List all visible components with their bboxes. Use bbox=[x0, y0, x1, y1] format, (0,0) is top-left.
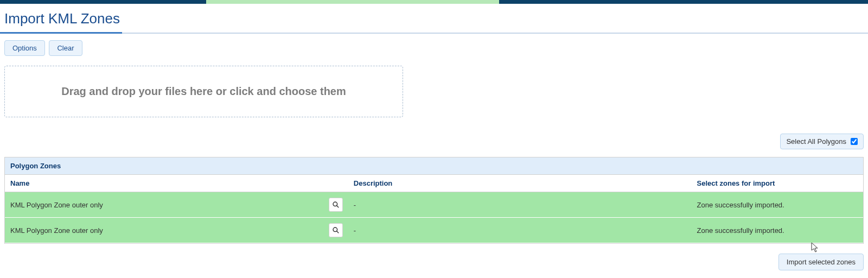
file-dropzone[interactable]: Drag and drop your files here or click a… bbox=[4, 66, 403, 117]
row-status: Zone successfully imported. bbox=[692, 218, 863, 243]
row-description: - bbox=[348, 218, 692, 243]
column-header-description[interactable]: Description bbox=[348, 175, 692, 192]
table-row: KML Polygon Zone outer only - Zone succe… bbox=[5, 218, 863, 243]
zoom-icon[interactable] bbox=[329, 223, 343, 237]
clear-button[interactable]: Clear bbox=[49, 40, 82, 56]
table-section-header: Polygon Zones bbox=[5, 157, 863, 175]
svg-point-0 bbox=[333, 202, 337, 206]
page-title: Import KML Zones bbox=[0, 4, 868, 33]
row-status: Zone successfully imported. bbox=[692, 192, 863, 218]
title-underline bbox=[0, 33, 868, 34]
row-name: KML Polygon Zone outer only bbox=[10, 226, 103, 235]
select-all-checkbox[interactable] bbox=[851, 138, 858, 145]
title-underline-active bbox=[0, 32, 122, 34]
svg-line-3 bbox=[337, 231, 339, 233]
options-button[interactable]: Options bbox=[4, 40, 45, 56]
zoom-icon[interactable] bbox=[329, 198, 343, 212]
dropzone-text: Drag and drop your files here or click a… bbox=[61, 85, 346, 98]
row-name: KML Polygon Zone outer only bbox=[10, 201, 103, 209]
table-row: KML Polygon Zone outer only - Zone succe… bbox=[5, 192, 863, 218]
column-header-name[interactable]: Name bbox=[5, 175, 348, 192]
column-header-select[interactable]: Select zones for import bbox=[692, 175, 863, 192]
import-selected-zones-button[interactable]: Import selected zones bbox=[778, 254, 864, 270]
top-bar-progress bbox=[206, 0, 499, 4]
select-all-polygons-button[interactable]: Select All Polygons bbox=[780, 134, 864, 149]
svg-line-1 bbox=[337, 206, 339, 208]
select-all-label: Select All Polygons bbox=[786, 137, 846, 146]
row-description: - bbox=[348, 192, 692, 218]
svg-point-2 bbox=[333, 228, 337, 232]
top-bar bbox=[0, 0, 868, 4]
polygon-zones-table: Polygon Zones Name Description Select zo… bbox=[4, 157, 864, 244]
